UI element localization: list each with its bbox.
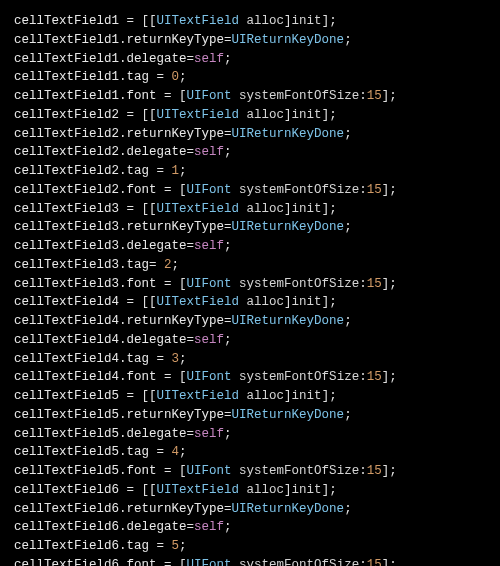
code-token: 3 xyxy=(172,352,180,366)
code-token: alloc xyxy=(247,389,285,403)
code-token: self xyxy=(194,333,224,347)
code-token: returnKeyType xyxy=(127,408,225,422)
code-token: alloc xyxy=(247,14,285,28)
code-token: systemFontOfSize xyxy=(239,370,359,384)
code-token: cellTextField4 xyxy=(14,295,119,309)
code-token: init xyxy=(292,389,322,403)
code-line: cellTextField2.font = [UIFont systemFont… xyxy=(14,181,486,200)
code-token: init xyxy=(292,295,322,309)
code-token: delegate xyxy=(127,239,187,253)
code-token: UIFont xyxy=(187,558,232,566)
code-token: font xyxy=(127,370,157,384)
code-token: : xyxy=(359,89,367,103)
code-token: ; xyxy=(179,70,187,84)
code-token: = [ xyxy=(157,89,187,103)
code-token: cellTextField5 xyxy=(14,464,119,478)
code-token: : xyxy=(359,464,367,478)
code-token: = [ xyxy=(157,464,187,478)
code-line: cellTextField3.font = [UIFont systemFont… xyxy=(14,275,486,294)
code-token: cellTextField2 xyxy=(14,108,119,122)
code-token: UIReturnKeyDone xyxy=(232,314,345,328)
code-token: cellTextField2 xyxy=(14,145,119,159)
code-token: ; xyxy=(179,445,187,459)
code-line: cellTextField5.delegate=self; xyxy=(14,425,486,444)
code-token: ] xyxy=(284,483,292,497)
code-token: ]; xyxy=(322,483,337,497)
code-line: cellTextField6.returnKeyType=UIReturnKey… xyxy=(14,500,486,519)
code-token: cellTextField3 xyxy=(14,239,119,253)
code-token: cellTextField5 xyxy=(14,427,119,441)
code-token: 15 xyxy=(367,89,382,103)
code-token: = xyxy=(149,352,172,366)
code-token: . xyxy=(119,445,127,459)
code-token: . xyxy=(119,164,127,178)
code-token: : xyxy=(359,370,367,384)
code-token: UIFont xyxy=(187,183,232,197)
code-token: UIReturnKeyDone xyxy=(232,408,345,422)
code-token: = [[ xyxy=(119,295,157,309)
code-token: self xyxy=(194,427,224,441)
code-line: cellTextField4.tag = 3; xyxy=(14,350,486,369)
code-token: cellTextField3 xyxy=(14,220,119,234)
code-line: cellTextField6.delegate=self; xyxy=(14,518,486,537)
code-token: ; xyxy=(224,145,232,159)
code-token: cellTextField3 xyxy=(14,258,119,272)
code-line: cellTextField3 = [[UITextField alloc]ini… xyxy=(14,200,486,219)
code-token: ] xyxy=(284,202,292,216)
code-token: . xyxy=(119,464,127,478)
code-token: returnKeyType xyxy=(127,314,225,328)
code-token: delegate xyxy=(127,52,187,66)
code-token: UITextField xyxy=(157,202,240,216)
code-token: . xyxy=(119,408,127,422)
code-token xyxy=(239,202,247,216)
code-token: cellTextField1 xyxy=(14,89,119,103)
code-token: = [ xyxy=(157,277,187,291)
code-line: cellTextField2.returnKeyType=UIReturnKey… xyxy=(14,125,486,144)
code-token: = xyxy=(149,445,172,459)
code-token: ; xyxy=(224,52,232,66)
code-token: ]; xyxy=(382,277,397,291)
code-token: cellTextField6 xyxy=(14,502,119,516)
code-line: cellTextField3.delegate=self; xyxy=(14,237,486,256)
code-token: cellTextField1 xyxy=(14,14,119,28)
code-token xyxy=(239,295,247,309)
code-token: cellTextField4 xyxy=(14,352,119,366)
code-token: 15 xyxy=(367,558,382,566)
code-line: cellTextField5.returnKeyType=UIReturnKey… xyxy=(14,406,486,425)
code-token xyxy=(232,464,240,478)
code-token: delegate xyxy=(127,520,187,534)
code-line: cellTextField4.delegate=self; xyxy=(14,331,486,350)
code-token: ]; xyxy=(382,89,397,103)
code-token: ; xyxy=(179,539,187,553)
code-line: cellTextField2.tag = 1; xyxy=(14,162,486,181)
code-token: . xyxy=(119,427,127,441)
code-token: ]; xyxy=(382,558,397,566)
code-line: cellTextField6.tag = 5; xyxy=(14,537,486,556)
code-token: . xyxy=(119,127,127,141)
code-token: = [ xyxy=(157,558,187,566)
code-token xyxy=(232,183,240,197)
code-line: cellTextField6.font = [UIFont systemFont… xyxy=(14,556,486,566)
code-block: cellTextField1 = [[UITextField alloc]ini… xyxy=(14,12,486,566)
code-token: . xyxy=(119,258,127,272)
code-token: = xyxy=(187,333,195,347)
code-token: = xyxy=(187,239,195,253)
code-token: self xyxy=(194,52,224,66)
code-token xyxy=(232,89,240,103)
code-token: 5 xyxy=(172,539,180,553)
code-token: systemFontOfSize xyxy=(239,277,359,291)
code-line: cellTextField1 = [[UITextField alloc]ini… xyxy=(14,12,486,31)
code-token: = xyxy=(224,314,232,328)
code-token: font xyxy=(127,183,157,197)
code-token: delegate xyxy=(127,333,187,347)
code-token: init xyxy=(292,483,322,497)
code-token: . xyxy=(119,370,127,384)
code-token: cellTextField4 xyxy=(14,314,119,328)
code-token: = xyxy=(149,164,172,178)
code-token: cellTextField1 xyxy=(14,70,119,84)
code-token: ]; xyxy=(322,14,337,28)
code-line: cellTextField4 = [[UITextField alloc]ini… xyxy=(14,293,486,312)
code-token: ; xyxy=(344,502,352,516)
code-token: ; xyxy=(344,33,352,47)
code-token: systemFontOfSize xyxy=(239,183,359,197)
